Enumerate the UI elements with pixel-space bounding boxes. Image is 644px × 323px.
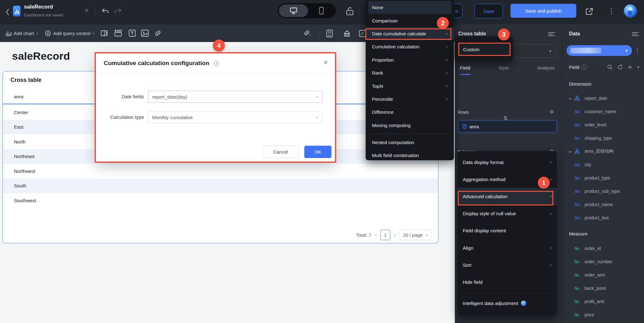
dimension-field-product-box[interactable]: Str.product_box (562, 211, 644, 224)
current-page-button[interactable]: 1 (380, 230, 390, 240)
field-menu-item-advanced-calculation[interactable]: Advanced calculation (458, 188, 557, 205)
save-button[interactable]: Save (474, 4, 503, 18)
page-settings-icon[interactable] (326, 30, 333, 37)
dimension-field-customer-name[interactable]: Str.customer_name (562, 105, 644, 118)
dataset-more-icon[interactable] (635, 47, 640, 54)
redo-icon[interactable] (114, 8, 122, 15)
calc-menu-item-moving-computing[interactable]: Moving computing (366, 119, 454, 132)
rows-field-chip[interactable]: area (458, 120, 557, 132)
field-name: product_type (585, 175, 610, 180)
calc-menu-item-rank[interactable]: Rank (366, 66, 454, 79)
ai-sparkle-icon (521, 301, 526, 306)
open-external-icon[interactable] (585, 7, 594, 16)
chevron-down-icon[interactable] (637, 65, 639, 70)
calc-menu-item-proportion[interactable]: Proportion (366, 53, 454, 66)
menu-item-label: Sort (463, 262, 472, 268)
add-field-icon[interactable] (628, 65, 632, 70)
back-icon[interactable] (4, 8, 11, 16)
link-widget-icon[interactable] (154, 30, 162, 37)
measure-field-order-amt[interactable]: №order_amt (562, 268, 644, 282)
mobile-mode-button[interactable] (308, 4, 335, 17)
table-cell: North (14, 139, 26, 144)
field-menu-item-display-style-of-null-value[interactable]: Display style of null value (458, 205, 557, 222)
search-icon[interactable] (607, 64, 613, 70)
swap-rows-columns-icon[interactable] (503, 115, 508, 122)
tab-field[interactable]: Field (460, 65, 470, 70)
tab-style[interactable]: Style (498, 65, 509, 70)
measure-field-order-number[interactable]: №order_number (562, 255, 644, 268)
dataset-select[interactable] (567, 45, 632, 56)
field-menu-item-intelligent-data-adjustment[interactable]: Intelligent data adjustment (458, 295, 557, 312)
measure-field-price[interactable]: №price (562, 308, 644, 321)
add-chart-button[interactable]: Add chart (6, 24, 39, 42)
expand-caret-icon[interactable] (569, 149, 574, 154)
prev-page-icon[interactable]: < (375, 232, 377, 238)
global-link-icon[interactable] (303, 30, 313, 37)
rows-settings-gear-icon[interactable] (550, 109, 554, 115)
page-size-select[interactable]: 20 / page (399, 230, 431, 240)
cancel-button[interactable]: Cancel (263, 146, 299, 158)
undo-icon[interactable] (101, 8, 109, 15)
calc-menu-item-percentile[interactable]: Percentile (366, 93, 454, 106)
submenu-arrow-icon (550, 159, 552, 165)
table-cell: Northwest (14, 168, 35, 174)
submenu-item-custom[interactable]: Custom (459, 43, 510, 56)
expand-caret-icon[interactable] (569, 96, 574, 101)
next-page-icon[interactable]: > (393, 232, 396, 238)
calc-menu-item-difference[interactable]: Difference (366, 106, 454, 119)
desktop-mode-button[interactable] (279, 4, 308, 17)
annotation-badge-4: 4 (213, 40, 225, 52)
text-widget-icon[interactable] (129, 30, 136, 37)
field-name: product_name (585, 202, 613, 207)
collapse-panel-icon[interactable] (548, 32, 555, 37)
save-and-publish-button[interactable]: Save and publish (511, 4, 576, 18)
calc-menu-item-cumulative-calculation[interactable]: Cumulative calculation (366, 40, 454, 53)
dimension-field-shipping-type[interactable]: Str.shipping_type (562, 131, 644, 145)
assistant-logo-icon[interactable] (624, 4, 637, 18)
dimension-field-area[interactable]: area_层级结构 (562, 145, 644, 158)
menu-item-label: Percentile (372, 96, 393, 102)
field-menu-item-align[interactable]: Align (458, 239, 557, 256)
calc-menu-item-topn[interactable]: TopN (366, 79, 454, 92)
measure-field-back-point[interactable]: №back_point (562, 282, 644, 295)
calc-menu-item-date-cumulative-calculate[interactable]: Date cumulative calculate (366, 27, 454, 40)
field-menu-item-field-display-content[interactable]: Field display content (458, 222, 557, 239)
dimension-field-order-level[interactable]: Str.order_level (562, 118, 644, 131)
ok-button[interactable]: OK (304, 146, 331, 158)
measure-field-order-id[interactable]: №order_id (562, 242, 644, 255)
clean-canvas-icon[interactable] (343, 30, 351, 37)
calculation-type-select[interactable]: Monthly cumulative (148, 111, 323, 123)
field-menu-item-hide-field[interactable]: Hide field (458, 273, 557, 290)
dimension-field-product-name[interactable]: Str.product_name (562, 198, 644, 211)
dimension-field-city[interactable]: Str.city (562, 158, 644, 171)
refresh-icon[interactable] (617, 64, 623, 70)
date-fields-select[interactable]: report_date(day) (148, 91, 323, 103)
more-menu-icon[interactable] (608, 7, 615, 15)
dimension-field-report-date[interactable]: report_date (562, 92, 644, 105)
layout-widget-icon[interactable] (101, 30, 108, 37)
submenu-arrow-icon (446, 83, 448, 89)
field-menu-item-data-display-format[interactable]: Data display format (458, 154, 557, 171)
submenu-arrow-icon (550, 262, 552, 268)
field-name: order_level (585, 122, 606, 127)
calc-menu-item-multi-field-combination[interactable]: Multi field combination (366, 149, 454, 162)
favorite-star-icon[interactable] (84, 6, 90, 15)
theme-settings-icon[interactable] (359, 30, 366, 37)
dimension-field-product-sub-type[interactable]: Str.product_sub_type (562, 185, 644, 198)
calc-menu-item-none[interactable]: None (368, 1, 451, 14)
tab-container-icon[interactable] (115, 30, 122, 37)
lock-icon[interactable] (345, 6, 354, 16)
image-widget-icon[interactable] (141, 30, 149, 37)
close-icon[interactable]: × (323, 58, 328, 66)
collapse-panel-icon[interactable] (632, 32, 639, 37)
add-query-control-button[interactable]: Add query control (45, 24, 95, 42)
field-name: back_point (585, 286, 606, 291)
device-toggle[interactable] (278, 3, 336, 18)
calc-menu-item-nested-computation[interactable]: Nested computation (366, 136, 454, 149)
dimension-field-product-type[interactable]: Str.product_type (562, 171, 644, 185)
table-row: Southwest (3, 193, 438, 208)
tab-analysis[interactable]: Analysis (537, 65, 555, 70)
measure-field-profit-amt[interactable]: №profit_amt (562, 295, 644, 308)
field-name: shipping_type (585, 136, 612, 141)
field-menu-item-sort[interactable]: Sort (458, 256, 557, 273)
